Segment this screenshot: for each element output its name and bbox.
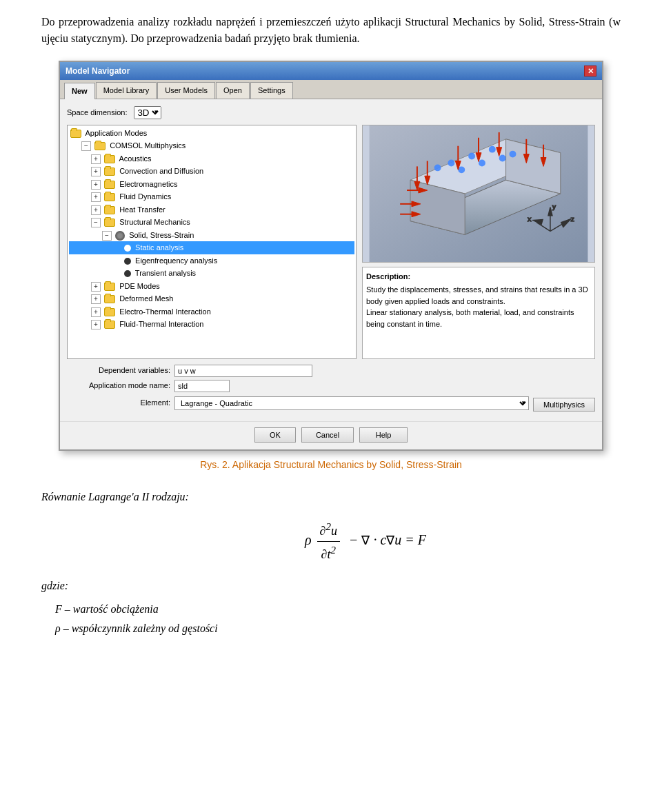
expand-icon[interactable]: − <box>81 141 91 151</box>
element-select[interactable]: Lagrange - Quadratic <box>174 396 529 410</box>
tab-model-library[interactable]: Model Library <box>96 82 157 99</box>
bullet-icon <box>124 270 131 277</box>
expand-icon[interactable]: + <box>91 282 101 292</box>
tree-label: COMSOL Multiphysics <box>110 141 185 150</box>
tree-label: Fluid-Thermal Interaction <box>119 320 203 328</box>
tree-item-electromagnetics[interactable]: + Electromagnetics <box>69 178 354 191</box>
tree-item-acoustics[interactable]: + Acoustics <box>69 152 354 165</box>
tree-item-structural-mechanics[interactable]: − Structural Mechanics <box>69 216 354 229</box>
tree-item-heat-transfer[interactable]: + Heat Transfer <box>69 203 354 216</box>
app-mode-row: Application mode name: <box>67 380 595 392</box>
tree-label: Solid, Stress-Strain <box>129 231 194 239</box>
nabla-symbol-2: ∇ <box>386 534 394 547</box>
svg-text:x: x <box>528 214 531 222</box>
expand-icon[interactable]: − <box>102 231 112 241</box>
formula: ρ ∂2u ∂t2 − ∇ · c∇u = F <box>305 519 426 564</box>
tree-item-transient[interactable]: Transient analysis <box>69 267 354 280</box>
main-panel: Application Modes − COMSOL Multiphysics … <box>67 125 595 359</box>
gear-icon <box>115 231 125 241</box>
svg-point-11 <box>499 154 506 161</box>
dep-vars-label: Dependent variables: <box>67 365 170 376</box>
dialog-titlebar: Model Navigator ✕ <box>60 62 602 80</box>
tree-label: Electro-Thermal Interaction <box>119 307 211 316</box>
folder-icon <box>104 168 115 176</box>
cancel-button[interactable]: Cancel <box>301 427 354 443</box>
tree-item-fluid-thermal[interactable]: + Fluid-Thermal Interaction <box>69 318 354 331</box>
tab-new[interactable]: New <box>64 83 95 99</box>
tab-open[interactable]: Open <box>216 82 250 99</box>
expand-icon[interactable]: + <box>91 167 101 176</box>
svg-text:z: z <box>571 214 574 222</box>
space-dim-select[interactable]: 3D <box>134 106 161 119</box>
right-panel: y z x <box>362 125 595 359</box>
svg-text:y: y <box>552 202 556 210</box>
def-item-F: F – wartość obciążenia <box>55 601 621 618</box>
description-box: Description: Study the displacements, st… <box>362 267 595 359</box>
tree-item-static-analysis[interactable]: Static analysis <box>69 241 354 254</box>
tree-item-convection[interactable]: + Convection and Diffusion <box>69 165 354 178</box>
tree-label: Static analysis <box>135 243 183 252</box>
close-button[interactable]: ✕ <box>584 65 596 77</box>
expand-icon[interactable]: + <box>91 307 101 317</box>
help-button[interactable]: Help <box>359 427 408 443</box>
app-mode-label: Application mode name: <box>67 380 170 392</box>
svg-point-5 <box>448 159 454 166</box>
dialog-wrapper: Model Navigator ✕ New Model Library User… <box>41 61 621 451</box>
tree-label: Eigenfrequency analysis <box>135 256 217 265</box>
tree-label: Heat Transfer <box>119 205 166 214</box>
expand-icon[interactable]: + <box>91 294 101 304</box>
model-navigator-dialog: Model Navigator ✕ New Model Library User… <box>59 61 603 451</box>
expand-icon[interactable]: + <box>91 320 101 329</box>
nabla-symbol: ∇ <box>361 534 370 547</box>
tree-item-electro-thermal[interactable]: + Electro-Thermal Interaction <box>69 305 354 318</box>
folder-icon <box>104 155 115 163</box>
multiphysics-button[interactable]: Multiphysics <box>533 398 595 412</box>
tab-settings[interactable]: Settings <box>250 82 293 99</box>
element-select-wrapper[interactable]: Lagrange - Quadratic <box>174 396 529 410</box>
dialog-title: Model Navigator <box>66 65 130 77</box>
space-dimension-row: Space dimension: 3D <box>67 106 595 119</box>
numerator: ∂2u <box>317 519 340 542</box>
tree-item-eigenfrequency[interactable]: Eigenfrequency analysis <box>69 254 354 267</box>
svg-point-10 <box>479 159 485 166</box>
tree-item-pde-modes[interactable]: + PDE Modes <box>69 280 354 293</box>
tree-label: Transient analysis <box>135 269 196 277</box>
folder-icon <box>104 283 115 291</box>
tree-item-solid-stress[interactable]: − Solid, Stress-Strain <box>69 229 354 242</box>
folder-icon <box>104 321 115 329</box>
tab-user-models[interactable]: User Models <box>157 82 215 99</box>
bullet-icon <box>124 245 131 252</box>
space-dim-label: Space dimension: <box>67 107 127 119</box>
expand-icon[interactable]: + <box>91 180 101 190</box>
expand-icon[interactable]: + <box>91 205 101 215</box>
expand-icon[interactable]: + <box>91 154 101 164</box>
tree-panel[interactable]: Application Modes − COMSOL Multiphysics … <box>67 125 357 359</box>
folder-icon <box>94 142 106 150</box>
intro-paragraph: Do przeprowadzenia analizy rozkładu napr… <box>41 14 621 47</box>
folder-icon <box>104 308 115 316</box>
expand-icon[interactable]: + <box>91 192 101 202</box>
dep-vars-row: Dependent variables: <box>67 365 595 377</box>
svg-point-7 <box>489 145 496 152</box>
dialog-buttons: OK Cancel Help <box>60 421 602 449</box>
dialog-content: Space dimension: 3D Application Modes <box>60 99 602 421</box>
tree-item-deformed-mesh[interactable]: + Deformed Mesh <box>69 292 354 305</box>
tree-item-app-modes[interactable]: Application Modes <box>69 127 354 140</box>
tree-label: PDE Modes <box>119 282 160 290</box>
tree-label: Fluid Dynamics <box>119 192 171 201</box>
dep-vars-input[interactable] <box>174 365 312 377</box>
tree-item-fluid-dynamics[interactable]: + Fluid Dynamics <box>69 190 354 203</box>
folder-icon <box>104 219 115 227</box>
ok-button[interactable]: OK <box>254 427 296 443</box>
tree-label: Structural Mechanics <box>119 218 190 226</box>
tree-label: Electromagnetics <box>119 180 177 188</box>
fields-section: Dependent variables: Application mode na… <box>67 365 595 412</box>
app-mode-input[interactable] <box>174 380 230 392</box>
expand-icon[interactable]: − <box>91 218 101 227</box>
description-title: Description: <box>366 271 591 283</box>
description-text: Study the displacements, stresses, and s… <box>366 284 591 329</box>
element-row: Element: Lagrange - Quadratic Multiphysi… <box>67 395 595 412</box>
multiphysics-btn-wrapper: Multiphysics <box>533 398 595 412</box>
tree-item-comsol[interactable]: − COMSOL Multiphysics <box>69 139 354 152</box>
space-dim-select-wrapper[interactable]: 3D <box>134 106 161 119</box>
